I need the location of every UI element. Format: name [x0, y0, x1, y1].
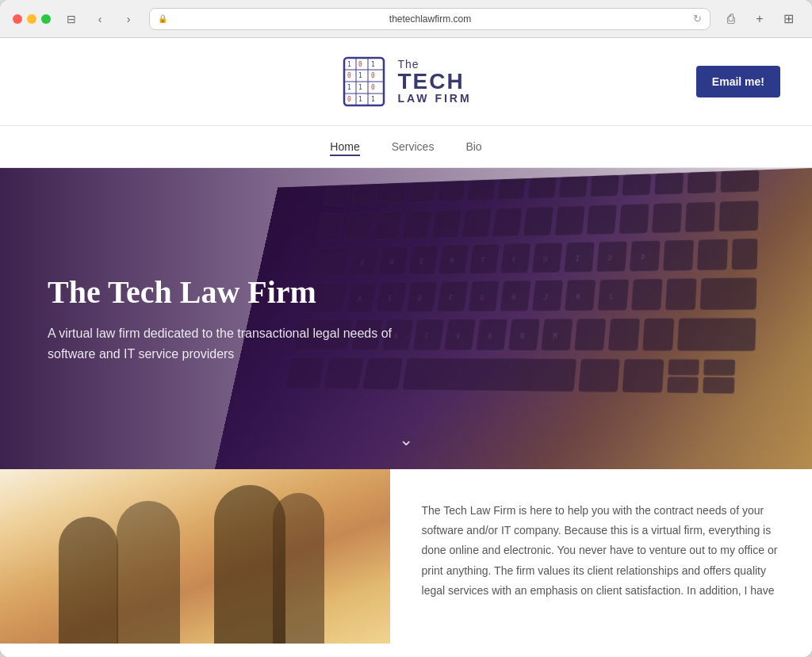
person-figure-2 — [59, 517, 118, 644]
forward-button[interactable]: › — [117, 8, 140, 30]
svg-text:1: 1 — [347, 61, 351, 68]
person-figure-3 — [273, 493, 324, 644]
about-image — [0, 469, 390, 644]
minimize-dot[interactable] — [27, 14, 36, 24]
address-bar[interactable]: 🔒 thetechlawfirm.com ↻ — [149, 8, 710, 30]
logo-tech: TECH — [397, 71, 471, 93]
close-dot[interactable] — [13, 14, 22, 24]
svg-text:0: 0 — [371, 72, 375, 79]
nav-services[interactable]: Services — [392, 137, 435, 156]
logo-icon: 1 0 1 0 1 0 1 1 0 0 1 1 — [340, 54, 388, 109]
about-text: The Tech Law Firm is here to help you wi… — [390, 469, 812, 644]
url-text[interactable]: thetechlawfirm.com — [172, 13, 688, 25]
svg-text:0: 0 — [371, 84, 375, 91]
logo[interactable]: 1 0 1 0 1 0 1 1 0 0 1 1 The — [340, 54, 471, 109]
new-tab-button[interactable]: + — [749, 8, 771, 30]
svg-text:1: 1 — [358, 72, 362, 79]
reload-icon[interactable]: ↻ — [693, 13, 702, 25]
browser-titlebar: ⊟ ‹ › 🔒 thetechlawfirm.com ↻ ⎙ + ⊞ — [0, 0, 812, 38]
svg-text:1: 1 — [358, 84, 362, 91]
hero-title: The Tech Law Firm — [48, 273, 396, 311]
sidebar-toggle-button[interactable]: ⊟ — [60, 8, 82, 30]
hero-subtitle: A virtual law firm dedicated to the tran… — [48, 323, 396, 364]
scroll-down-chevron[interactable]: ⌄ — [399, 430, 413, 450]
website-content: 1 0 1 0 1 0 1 1 0 0 1 1 The — [0, 38, 812, 657]
nav-home[interactable]: Home — [330, 137, 359, 156]
nav-bio[interactable]: Bio — [465, 137, 481, 156]
svg-text:1: 1 — [358, 96, 362, 103]
lock-icon: 🔒 — [158, 14, 167, 23]
svg-text:0: 0 — [347, 96, 351, 103]
hero-section: QW ER TY UI OP AS DF GH JK L ZX CV BN M — [0, 168, 812, 469]
browser-window: ⊟ ‹ › 🔒 thetechlawfirm.com ↻ ⎙ + ⊞ — [0, 0, 812, 657]
site-nav: Home Services Bio — [0, 126, 812, 168]
svg-text:0: 0 — [358, 61, 362, 68]
svg-text:0: 0 — [347, 72, 351, 79]
logo-law-firm: LAW FIRM — [397, 93, 471, 105]
about-section: The Tech Law Firm is here to help you wi… — [0, 469, 812, 644]
browser-nav: ⊟ ‹ › — [60, 8, 140, 30]
svg-text:1: 1 — [371, 61, 375, 68]
browser-dots — [13, 14, 51, 24]
site-header: 1 0 1 0 1 0 1 1 0 0 1 1 The — [0, 38, 812, 126]
share-button[interactable]: ⎙ — [720, 8, 742, 30]
maximize-dot[interactable] — [41, 14, 51, 24]
email-button[interactable]: Email me! — [696, 66, 780, 97]
grid-button[interactable]: ⊞ — [777, 8, 799, 30]
svg-text:1: 1 — [371, 96, 375, 103]
hero-content: The Tech Law Firm A virtual law firm ded… — [0, 273, 444, 364]
svg-text:1: 1 — [347, 84, 351, 91]
logo-text: The TECH LAW FIRM — [397, 59, 471, 105]
about-body: The Tech Law Firm is here to help you wi… — [422, 501, 780, 601]
browser-actions: ⎙ + ⊞ — [720, 8, 799, 30]
back-button[interactable]: ‹ — [89, 8, 111, 30]
